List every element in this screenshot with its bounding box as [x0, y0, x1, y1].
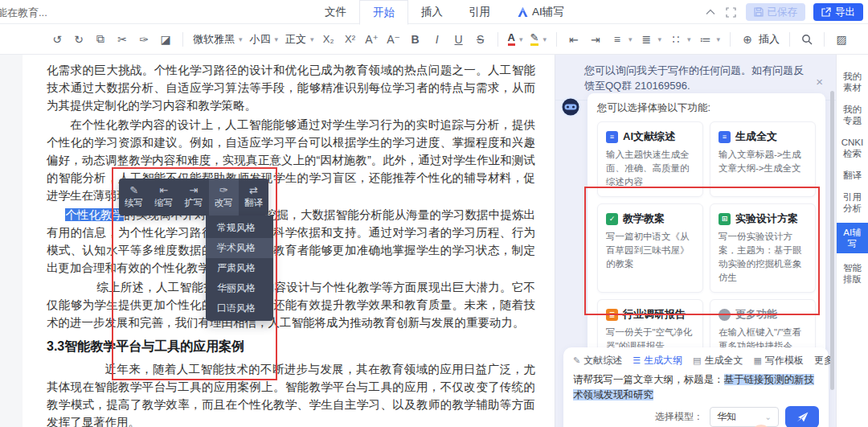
- grow-font-button[interactable]: A⁺: [365, 31, 379, 48]
- sidebar-item-citation-analysis[interactable]: 引用分析: [837, 190, 868, 216]
- sidebar-item-my-materials[interactable]: 我的素材: [837, 69, 868, 95]
- increase-indent-icon[interactable]: ⇥: [588, 31, 603, 48]
- literature-review-icon: ≡: [606, 131, 618, 143]
- expand-icon: ⇥: [190, 185, 199, 195]
- toolbar-divider: [182, 32, 183, 47]
- insert-button[interactable]: ⊕插入: [740, 31, 780, 48]
- sidebar-item-cnki-search[interactable]: CNKI检索: [837, 135, 868, 161]
- tab-file[interactable]: 文件: [312, 0, 359, 24]
- saved-button[interactable]: 已保存: [746, 3, 806, 21]
- cut-icon[interactable]: ✂: [115, 31, 129, 48]
- pen-icon: ✎: [573, 355, 580, 366]
- sidebar-item-ai-writing[interactable]: AI辅写: [837, 223, 868, 253]
- bullet-list-select[interactable]: ∷▾: [669, 31, 691, 48]
- style-item-academic[interactable]: 学术风格: [206, 238, 273, 258]
- selected-text[interactable]: 个性化教学: [65, 208, 124, 221]
- line-spacing-icon: ≣: [639, 31, 653, 48]
- export-button[interactable]: 导出: [813, 3, 863, 21]
- align-icon: ≡: [610, 31, 624, 48]
- subscript-button[interactable]: X₂: [321, 31, 336, 48]
- menu-item-shorten[interactable]: ⇤ 缩写: [149, 179, 178, 216]
- numbered-list-select[interactable]: ≔▾: [698, 31, 721, 48]
- prompt-input[interactable]: 请帮我写一篇文章大纲，标题是：基于链接预测的新技术领域发现和研究: [573, 372, 819, 403]
- style-item-normal[interactable]: 常规风格: [206, 218, 273, 238]
- style-item-colloquial[interactable]: 口语风格: [206, 298, 273, 318]
- card-ai-literature-review[interactable]: ≡AI文献综述 输入主题快速生成全面、准确、高质量的综述内容: [597, 121, 703, 197]
- menu-item-expand[interactable]: ⇥ 扩写: [178, 179, 208, 216]
- search-icon[interactable]: [800, 31, 814, 48]
- tab-insert[interactable]: 插入: [408, 0, 456, 24]
- card-teaching-plan[interactable]: ✓教学教案 写一篇初中语文《从百草园到三味书屋》的教案: [597, 203, 703, 293]
- composer-tabs: ✎文献综述 ☰生成大纲 ▤生成全文 ▦写作模板 更多: [573, 354, 819, 367]
- format-painter-icon[interactable]: ✑: [137, 31, 151, 48]
- collapse-ribbon-icon[interactable]: [704, 6, 717, 18]
- send-button[interactable]: [785, 406, 819, 427]
- document-page[interactable]: 化需求的巨大挑战。个性化学习路径的设计和优化已成为教育领域的热点问题之一。人工智…: [23, 55, 555, 427]
- bold-button[interactable]: B: [408, 31, 423, 48]
- toolbar-divider: [730, 32, 731, 47]
- font-name-select[interactable]: 微软雅黑▾: [193, 32, 243, 47]
- alignment-select[interactable]: ≡▾: [610, 31, 633, 48]
- redo-icon[interactable]: ↻: [72, 31, 86, 48]
- strikethrough-button[interactable]: S: [473, 31, 488, 48]
- template-icon: ▦: [754, 355, 762, 366]
- sidebar-item-smart-typesetting[interactable]: 智能排版: [837, 261, 868, 286]
- card-experiment-design[interactable]: ⊞实验设计方案 写一份实验设计方案，主题为：基于眼动实验的挖掘机意象仿生: [710, 203, 816, 293]
- tool-sidebar: 我的素材 我的专题 CNKI检索 翻译 引用分析 AI辅写 智能排版: [836, 55, 868, 427]
- chevron-down-icon: ▾: [657, 35, 661, 43]
- font-size-select[interactable]: 小四▾: [250, 32, 279, 47]
- underline-button[interactable]: U: [452, 31, 466, 48]
- tab-home[interactable]: 开始: [359, 0, 408, 25]
- document-area[interactable]: 化需求的巨大挑战。个性化学习路径的设计和优化已成为教育领域的热点问题之一。人工智…: [0, 55, 555, 427]
- bullet-list-icon: ∷: [669, 31, 683, 48]
- line-spacing-select[interactable]: ≣▾: [639, 31, 661, 48]
- model-select[interactable]: 华知 ⌄: [710, 407, 779, 427]
- style-item-serious[interactable]: 严肃风格: [206, 258, 273, 278]
- panel-scrollbar[interactable]: [830, 91, 834, 390]
- continue-writing-icon: ✎: [129, 185, 138, 195]
- italic-button[interactable]: I: [430, 31, 444, 48]
- decrease-indent-icon[interactable]: ⇤: [567, 31, 581, 48]
- close-icon[interactable]: ×: [816, 74, 823, 89]
- highlight-color-button[interactable]: ✎▾: [530, 32, 547, 46]
- style-item-ornate[interactable]: 华丽风格: [206, 278, 273, 298]
- titlebar-actions: 已保存 导出: [704, 0, 864, 24]
- experiment-design-icon: ⊞: [719, 213, 731, 225]
- chevron-down-icon: ▾: [275, 35, 279, 43]
- tab-reference[interactable]: 引用: [456, 0, 503, 24]
- sidebar-item-translate[interactable]: 翻译: [837, 168, 868, 183]
- font-color-button[interactable]: A▾: [508, 32, 523, 46]
- composer-tab-writing-template[interactable]: ▦写作模板: [754, 354, 804, 367]
- toolbar-divider: [556, 32, 557, 47]
- chevron-down-icon: ▾: [717, 35, 721, 43]
- undo-icon[interactable]: ↺: [50, 31, 64, 48]
- ai-logo-icon: [516, 6, 529, 18]
- ribbon-tabs: 文件 开始 插入 引用 AI辅写: [312, 0, 577, 24]
- copy-icon[interactable]: ⧉: [93, 31, 108, 48]
- chat-bubble: 您可以选择体验以下功能: ≡AI文献综述 输入主题快速生成全面、准确、高质量的综…: [588, 93, 825, 371]
- model-row: 选择模型： 华知 ⌄: [573, 406, 819, 427]
- font-color-icon: A: [508, 32, 515, 46]
- sidebar-item-my-topics[interactable]: 我的专题: [837, 102, 868, 128]
- menu-item-rewrite[interactable]: ✑ 改写: [209, 179, 239, 216]
- menu-item-translate[interactable]: ⇄ 翻译: [239, 179, 268, 216]
- rewrite-icon: ✑: [219, 185, 228, 195]
- composer-tab-literature-review[interactable]: ✎文献综述: [573, 354, 622, 367]
- title-bar: 能在教育... 文件 开始 插入 引用 AI辅写: [0, 0, 868, 24]
- composer-tab-generate-outline[interactable]: ☰生成大纲: [633, 354, 682, 367]
- tab-ai-writing[interactable]: AI辅写: [503, 0, 577, 24]
- document-icon: ▤: [693, 355, 701, 366]
- app-window: 能在教育... 文件 开始 插入 引用 AI辅写: [0, 0, 868, 427]
- menu-item-continue-writing[interactable]: ✎ 续写: [119, 179, 149, 216]
- superscript-button[interactable]: X²: [343, 31, 358, 48]
- eraser-icon[interactable]: ◪: [158, 31, 173, 48]
- toolbar-divider: [824, 32, 825, 47]
- fullscreen-icon[interactable]: [725, 6, 738, 18]
- shading-icon[interactable]: ▨: [834, 31, 849, 48]
- composer-tab-generate-fulltext[interactable]: ▤生成全文: [693, 354, 743, 367]
- chevron-down-icon: ▾: [239, 35, 243, 43]
- paragraph-style-select[interactable]: 正文▾: [285, 32, 314, 47]
- prompt-composer[interactable]: ✎文献综述 ☰生成大纲 ▤生成全文 ▦写作模板 更多 请帮我写一篇文章大纲，标题…: [563, 347, 829, 427]
- shrink-font-button[interactable]: A⁻: [387, 31, 401, 48]
- card-generate-fulltext[interactable]: ≡生成全文 输入文章标题->生成文章大纲->生成全文: [710, 121, 816, 197]
